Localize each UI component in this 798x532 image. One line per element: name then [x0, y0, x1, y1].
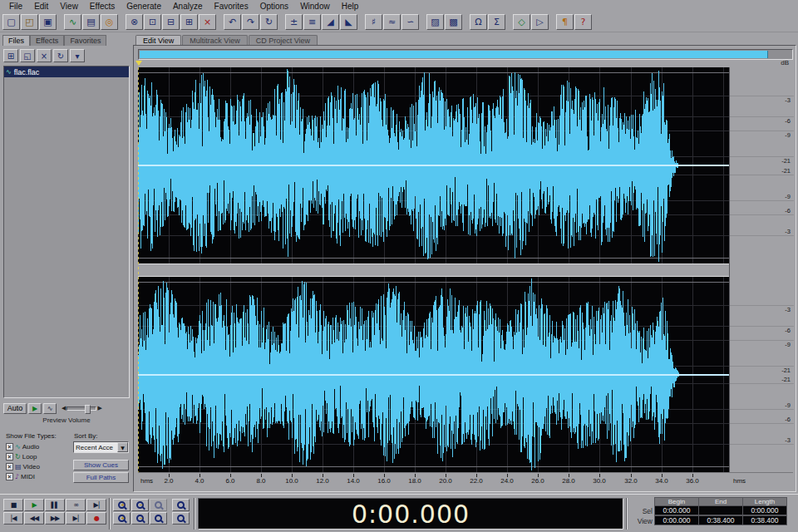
rewind-button[interactable]: ◀◀	[24, 512, 44, 525]
sel-begin-value[interactable]: 0:00.000	[654, 505, 699, 515]
new-file-icon[interactable]: ▢	[2, 14, 20, 30]
waveform-right-channel[interactable]	[138, 277, 729, 472]
play-looped-button[interactable]: ∞	[66, 499, 86, 511]
stop-button[interactable]: ■	[3, 499, 23, 511]
checkbox-checked-icon[interactable]: ✕	[6, 453, 13, 461]
amplify-icon[interactable]: ±	[285, 14, 303, 30]
show-cues-button[interactable]: Show Cues	[73, 460, 129, 470]
fade-in-icon[interactable]: ◢	[322, 14, 339, 30]
pause-button[interactable]: ▌▌	[45, 499, 65, 511]
view-begin-value[interactable]: 0:00.000	[654, 515, 699, 525]
volume-thumb[interactable]	[85, 405, 91, 414]
menu-item[interactable]: Analyze	[167, 1, 209, 12]
record-button[interactable]: ●	[86, 512, 106, 525]
chevron-down-icon[interactable]: ▼	[117, 442, 128, 452]
full-paths-button[interactable]: Full Paths	[73, 472, 129, 483]
cue-list-icon[interactable]: ◇	[513, 14, 530, 30]
checkbox-checked-icon[interactable]: ✕	[6, 443, 13, 451]
view-tab[interactable]: CD Project View	[249, 35, 318, 45]
menu-item[interactable]: Effects	[84, 1, 121, 12]
file-options-icon[interactable]: ▾	[70, 49, 85, 62]
zoom-full-button[interactable]	[150, 499, 167, 511]
help-icon[interactable]: ?	[574, 14, 592, 30]
paste-icon[interactable]: ⊟	[162, 14, 180, 30]
delete-icon[interactable]: ×	[199, 14, 216, 30]
view-length-value[interactable]: 0:38.400	[742, 515, 787, 525]
echo-icon[interactable]: ∽	[401, 14, 419, 30]
zoom-out-vertical-button[interactable]: −	[131, 512, 149, 525]
noise-reduction-icon[interactable]: ▨	[426, 14, 444, 30]
file-type-row[interactable]: ✕ ▤ Video	[6, 462, 72, 471]
fade-out-icon[interactable]: ◣	[340, 14, 357, 30]
zoom-selection-left-button[interactable]	[150, 512, 167, 525]
repeat-command-icon[interactable]: ↻	[260, 14, 278, 30]
menu-item[interactable]: File	[3, 1, 28, 12]
file-type-row[interactable]: ✕ ♪ MIDI	[6, 472, 72, 481]
auto-play-button[interactable]: Auto	[3, 403, 27, 414]
normalize-icon[interactable]: ≡	[303, 14, 321, 30]
frequency-analysis-icon[interactable]: Ω	[470, 14, 487, 30]
zoom-to-selection-button[interactable]	[172, 499, 190, 511]
mix-paste-icon[interactable]: ⊞	[180, 14, 198, 30]
open-file-icon[interactable]: ◰	[21, 14, 38, 30]
playhead-marker-icon[interactable]	[135, 61, 142, 66]
cd-project-view-icon[interactable]: ◎	[101, 14, 118, 30]
volume-track[interactable]	[66, 406, 96, 411]
menu-item[interactable]: Generate	[121, 1, 167, 12]
menu-item[interactable]: Options	[254, 1, 294, 12]
play-button[interactable]: ▶	[24, 499, 44, 511]
edit-view-icon[interactable]: ∿	[64, 14, 81, 30]
db-ruler[interactable]: -3-3-6-6-9-9-21-21-3-3-6-6-9-9-21-21	[729, 67, 793, 472]
sel-end-value[interactable]	[698, 505, 743, 515]
refresh-icon[interactable]: ↻	[53, 49, 68, 62]
cut-icon[interactable]: ⊗	[126, 14, 143, 30]
menu-item[interactable]: Window	[294, 1, 336, 12]
volume-up-icon[interactable]: ▶	[97, 405, 101, 411]
eq-icon[interactable]: ♯	[365, 14, 382, 30]
menu-item[interactable]: Edit	[28, 1, 54, 12]
waveform-left-channel[interactable]	[138, 67, 729, 264]
view-tab[interactable]: Multitrack View	[182, 35, 247, 45]
volume-down-icon[interactable]: ◀	[62, 405, 66, 411]
save-file-icon[interactable]: ▣	[39, 14, 57, 30]
timeline-ruler[interactable]: hms hms 2.04.06.08.010.012.014.016.018.0…	[138, 472, 793, 488]
preview-edit-button[interactable]: ∿	[43, 403, 57, 414]
organizer-tab[interactable]: Files	[2, 35, 30, 46]
overview-range[interactable]	[140, 51, 768, 58]
open-folder-icon[interactable]: ◱	[20, 49, 35, 62]
multitrack-view-icon[interactable]: ▤	[82, 14, 100, 30]
play-cue-icon[interactable]: ▷	[531, 14, 549, 30]
file-list-item[interactable]: ∿ flac.flac	[4, 66, 129, 77]
spectral-view-icon[interactable]: ▩	[445, 14, 462, 30]
remove-file-icon[interactable]: ×	[37, 49, 52, 62]
scripts-icon[interactable]: ¶	[556, 14, 574, 30]
file-list[interactable]: ∿ flac.flac	[3, 66, 130, 398]
file-type-row[interactable]: ✕ ∿ Audio	[6, 442, 72, 451]
play-to-end-button[interactable]: ▶|	[86, 499, 106, 511]
go-to-end-button[interactable]: ▶|	[66, 512, 86, 525]
view-end-value[interactable]: 0:38.400	[698, 515, 743, 525]
organizer-tab[interactable]: Effects	[30, 35, 64, 46]
view-tab[interactable]: Edit View	[135, 35, 181, 45]
menu-item[interactable]: View	[54, 1, 84, 12]
zoom-in-vertical-button[interactable]: +	[113, 512, 131, 525]
menu-item[interactable]: Help	[336, 1, 365, 12]
go-to-beginning-button[interactable]: |◀	[3, 512, 23, 525]
copy-icon[interactable]: ⊡	[144, 14, 161, 30]
redo-icon[interactable]: ↷	[242, 14, 259, 30]
checkbox-checked-icon[interactable]: ✕	[6, 463, 13, 470]
reverb-icon[interactable]: ≈	[383, 14, 401, 30]
undo-icon[interactable]: ↶	[224, 14, 241, 30]
zoom-out-button[interactable]: −	[131, 499, 149, 511]
time-display[interactable]: 0:00.000	[198, 498, 623, 530]
sel-length-value[interactable]: 0:00.000	[742, 505, 787, 515]
import-file-icon[interactable]: ⊞	[3, 49, 18, 62]
zoom-in-button[interactable]: +	[113, 499, 131, 511]
zoom-selection-right-button[interactable]	[172, 512, 190, 525]
overview-scrollbar[interactable]	[138, 49, 793, 60]
preview-volume-slider[interactable]: ◀ ▶	[62, 405, 102, 411]
preview-play-button[interactable]: ▶	[28, 403, 42, 414]
organizer-tab[interactable]: Favorites	[64, 35, 106, 46]
statistics-icon[interactable]: Σ	[488, 14, 505, 30]
menu-item[interactable]: Favorites	[209, 1, 254, 12]
